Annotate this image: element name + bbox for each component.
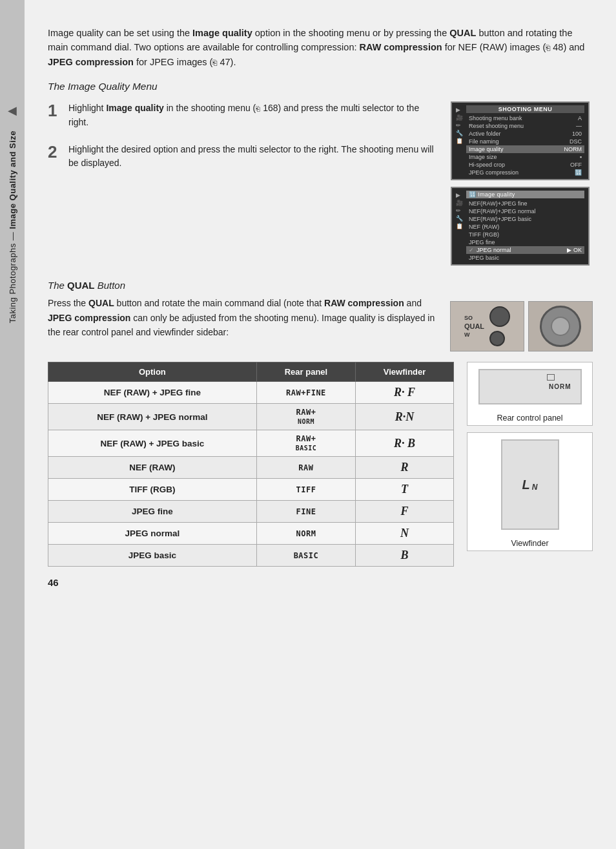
- spine-label-taking: Taking Photographs: [8, 243, 17, 323]
- screen1-row-7: Hi-speed cropOFF: [466, 161, 584, 169]
- screen1-row-1: Shooting menu bankA: [466, 114, 584, 122]
- screen2-icons: ▶ 🎥 ✏ 🔧 📋: [456, 191, 464, 262]
- rcp-small-square: [547, 374, 555, 381]
- screen2-icon-5: 📋: [456, 223, 464, 229]
- table-row: NEF (RAW) RAW R: [48, 457, 454, 479]
- row1-rear: RAW+FINE: [256, 382, 355, 404]
- page-number: 46: [48, 577, 593, 588]
- table-row: NEF (RAW) + JPEG fine RAW+FINE R· F: [48, 382, 454, 404]
- intro-paragraph: Image quality can be set using the Image…: [48, 26, 593, 69]
- col-header-rear: Rear panel: [256, 362, 355, 382]
- rcp-box: NORM: [478, 369, 582, 404]
- row3-rear: RAW+BASIC: [256, 430, 355, 457]
- table-header-row: Option Rear panel Viewfinder: [48, 362, 454, 382]
- screen1-row-4: File namingDSC: [466, 138, 584, 145]
- screen1-row-5: Image qualityNORM: [466, 145, 584, 153]
- screen2-menu-items: 🔢 Image quality NEF(RAW)+JPEG fine NEF(R…: [466, 191, 584, 262]
- row5-vf: T: [356, 479, 454, 501]
- qual-text: Press the QUAL button and rotate the mai…: [48, 296, 440, 339]
- camera-screen-2: ▶ 🎥 ✏ 🔧 📋 🔢 Image quality NEF(RAW)+JPEG …: [451, 187, 590, 266]
- row4-vf: R: [356, 457, 454, 479]
- rear-control-inner: NORM: [467, 362, 592, 411]
- screen1-row-8: JPEG compression🔢: [466, 169, 584, 176]
- quality-table: Option Rear panel Viewfinder NEF (RAW) +…: [48, 362, 454, 567]
- row4-option: NEF (RAW): [48, 457, 257, 479]
- screen-icon-1: ▶: [456, 107, 464, 113]
- qual-section: The QUAL Button Press the QUAL button an…: [48, 280, 593, 351]
- table-row: NEF (RAW) + JPEG basic RAW+BASIC R· B: [48, 430, 454, 457]
- screen2-subtitle: 🔢 Image quality: [466, 191, 584, 198]
- screen2-icon-3: ✏: [456, 207, 464, 214]
- table-row: JPEG basic BASIC B: [48, 545, 454, 567]
- row3-option: NEF (RAW) + JPEG basic: [48, 430, 257, 457]
- qual-body-area: Press the QUAL button and rotate the mai…: [48, 296, 593, 351]
- screen-icon-3: ✏: [456, 122, 464, 129]
- screen2-row-1: NEF(RAW)+JPEG fine: [466, 200, 584, 207]
- table-row: JPEG normal NORM N: [48, 523, 454, 545]
- screen2-row-3: NEF(RAW)+JPEG basic: [466, 215, 584, 223]
- camera-screens: ▶ 🎥 ✏ 🔧 📋 SHOOTING MENU Shooting menu ba…: [451, 101, 593, 266]
- screen-icon-2: 🎥: [456, 114, 464, 121]
- cam-btn-circle-2: [489, 331, 505, 346]
- steps-area: 1 Highlight Image quality in the shootin…: [48, 101, 593, 266]
- cam-dial-box: [528, 301, 593, 351]
- viewfinder-inner: L N: [467, 433, 592, 536]
- row7-option: JPEG normal: [48, 523, 257, 545]
- table-row: NEF (RAW) + JPEG normal RAW+NORM R·N: [48, 404, 454, 430]
- screen1-menu-items: SHOOTING MENU Shooting menu bankA Reset …: [466, 105, 584, 176]
- cam-label-w: W: [464, 331, 484, 338]
- screen1-icons: ▶ 🎥 ✏ 🔧 📋: [456, 105, 464, 176]
- camera-screen-1: ▶ 🎥 ✏ 🔧 📋 SHOOTING MENU Shooting menu ba…: [451, 101, 590, 180]
- step-2-number: 2: [48, 143, 62, 171]
- screen2-row-6: JPEG fine: [466, 238, 584, 246]
- qual-section-title: The QUAL Button: [48, 280, 593, 291]
- spine-arrow: ◀: [8, 103, 17, 118]
- spine-label-quality: Image Quality and Size: [8, 131, 17, 229]
- screen1-title: SHOOTING MENU: [466, 105, 584, 113]
- cam-buttons-box: SO QUAL W: [450, 301, 524, 351]
- row5-option: TIFF (RGB): [48, 479, 257, 501]
- spine-separator: —: [8, 232, 17, 241]
- qual-cam-area: SO QUAL W: [450, 301, 593, 351]
- spine-tab: ◀ Taking Photographs — Image Quality and…: [0, 0, 25, 849]
- vf-L-text: L: [522, 478, 530, 491]
- spine-text: Taking Photographs — Image Quality and S…: [8, 131, 17, 323]
- row7-vf: N: [356, 523, 454, 545]
- step-2: 2 Highlight the desired option and press…: [48, 143, 440, 171]
- row1-option: NEF (RAW) + JPEG fine: [48, 382, 257, 404]
- table-row: JPEG fine FINE F: [48, 501, 454, 523]
- vf-inner: L N: [522, 478, 538, 491]
- row8-rear: BASIC: [256, 545, 355, 567]
- cam-btn-labels: SO QUAL W: [464, 315, 484, 338]
- row2-vf: R·N: [356, 404, 454, 430]
- main-content: Image quality can be set using the Image…: [25, 0, 616, 849]
- row3-vf: R· B: [356, 430, 454, 457]
- screen2-icon-1: ▶: [456, 192, 464, 198]
- viewfinder-label: Viewfinder: [508, 536, 551, 550]
- cam-btn-circle-1: [489, 306, 510, 327]
- steps-text-col: 1 Highlight Image quality in the shootin…: [48, 101, 440, 266]
- screen2-row-4: NEF (RAW): [466, 223, 584, 231]
- row2-rear: RAW+NORM: [256, 404, 355, 430]
- rear-control-panel-box: NORM Rear control panel: [467, 362, 593, 426]
- row8-option: JPEG basic: [48, 545, 257, 567]
- step-1-number: 1: [48, 101, 62, 129]
- cam-dial-circle: [540, 306, 581, 347]
- screen2-block: ▶ 🎥 ✏ 🔧 📋 🔢 Image quality NEF(RAW)+JPEG …: [456, 191, 584, 262]
- screen1-row-3: Active folder100: [466, 130, 584, 138]
- row6-vf: F: [356, 501, 454, 523]
- screen2-row-7: ✓JPEG normal ▶ OK: [466, 246, 584, 254]
- col-header-option: Option: [48, 362, 257, 382]
- row4-rear: RAW: [256, 457, 355, 479]
- table-row: TIFF (RGB) TIFF T: [48, 479, 454, 501]
- rcp-norm-text: NORM: [549, 383, 571, 390]
- screen1-block: ▶ 🎥 ✏ 🔧 📋 SHOOTING MENU Shooting menu ba…: [456, 105, 584, 176]
- screen1-row-6: Image size▪: [466, 153, 584, 161]
- row2-option: NEF (RAW) + JPEG normal: [48, 404, 257, 430]
- vf-box: L N: [501, 439, 559, 530]
- screen2-row-5: TIFF (RGB): [466, 231, 584, 238]
- row7-rear: NORM: [256, 523, 355, 545]
- col-header-vf: Viewfinder: [356, 362, 454, 382]
- row6-option: JPEG fine: [48, 501, 257, 523]
- step-1-text: Highlight Image quality in the shooting …: [68, 101, 440, 129]
